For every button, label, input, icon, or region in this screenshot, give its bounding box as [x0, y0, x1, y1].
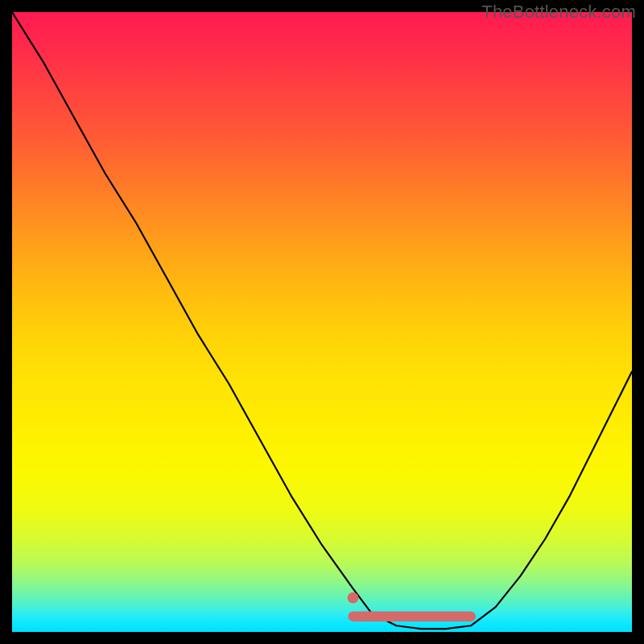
svg-point-0 [348, 592, 359, 604]
watermark-text: TheBottleneck.com [481, 2, 636, 23]
optimal-overlay [12, 12, 632, 632]
chart-container: TheBottleneck.com [0, 0, 644, 644]
plot-area [12, 12, 632, 632]
